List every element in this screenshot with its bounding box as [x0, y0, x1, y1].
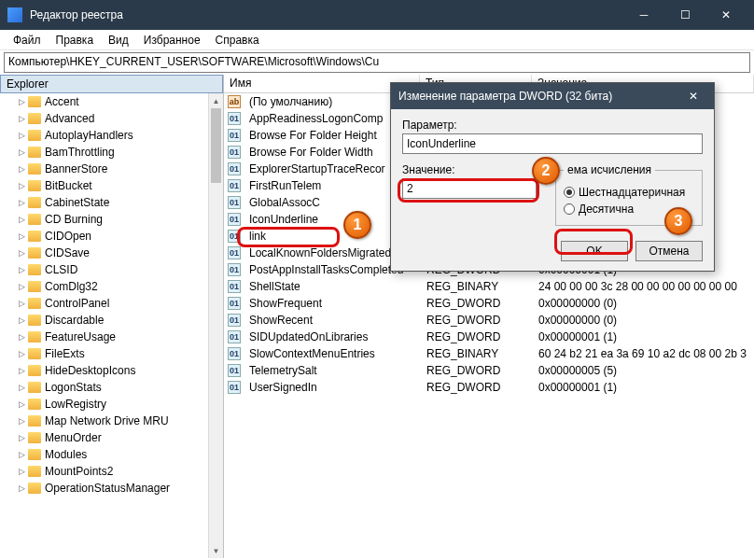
reg-value-icon: 01 — [228, 381, 241, 394]
tree-item[interactable]: ▷BamThrottling — [0, 144, 223, 161]
minimize-button[interactable]: ─ — [623, 0, 664, 30]
expand-icon[interactable]: ▷ — [17, 299, 26, 308]
expand-icon[interactable]: ▷ — [17, 215, 26, 224]
reg-value-icon: 01 — [228, 297, 241, 310]
cancel-button[interactable]: Отмена — [635, 241, 703, 261]
expand-icon[interactable]: ▷ — [17, 467, 26, 476]
cell-type: REG_DWORD — [421, 296, 533, 311]
expand-icon[interactable]: ▷ — [17, 366, 26, 375]
cell-data: 0x00000001 (1) — [533, 329, 754, 344]
tree-item[interactable]: ▷Modules — [0, 446, 223, 463]
reg-value-icon: 01 — [228, 330, 241, 343]
folder-icon — [28, 382, 41, 393]
tree-item[interactable]: ▷MountPoints2 — [0, 463, 223, 480]
tree-item[interactable]: ▷LowRegistry — [0, 396, 223, 413]
list-row[interactable]: 01SIDUpdatedOnLibrariesREG_DWORD0x000000… — [224, 329, 754, 345]
radio-dec-row[interactable]: Десятична — [564, 203, 694, 216]
tree-item[interactable]: ▷CabinetState — [0, 194, 223, 211]
list-row[interactable]: 01ShowRecentREG_DWORD0x00000000 (0) — [224, 312, 754, 329]
expand-icon[interactable]: ▷ — [17, 97, 26, 106]
cell-type: REG_DWORD — [421, 313, 533, 328]
expand-icon[interactable]: ▷ — [17, 315, 26, 325]
expand-icon[interactable]: ▷ — [17, 265, 26, 274]
tree-item[interactable]: ▷FeatureUsage — [0, 329, 223, 345]
tree-item[interactable]: ▷HideDesktopIcons — [0, 362, 223, 379]
scroll-thumb[interactable] — [211, 108, 221, 183]
expand-icon[interactable]: ▷ — [17, 231, 26, 241]
menu-edit[interactable]: Правка — [49, 32, 102, 49]
tree-item[interactable]: ▷MenuOrder — [0, 429, 223, 446]
tree-item-label: MountPoints2 — [45, 465, 113, 478]
cell-data: 0x00000005 (5) — [533, 363, 754, 378]
expand-icon[interactable]: ▷ — [17, 433, 26, 442]
expand-icon[interactable]: ▷ — [17, 450, 26, 459]
expand-icon[interactable]: ▷ — [17, 164, 26, 174]
tree-item[interactable]: ▷BitBucket — [0, 177, 223, 194]
expand-icon[interactable]: ▷ — [17, 147, 26, 157]
tree-item[interactable]: ▷Advanced — [0, 110, 223, 127]
tree-header[interactable]: Explorer — [0, 75, 223, 93]
reg-value-icon: 01 — [228, 263, 241, 276]
menu-file[interactable]: Файл — [6, 32, 49, 49]
tree-item[interactable]: ▷Map Network Drive MRU — [0, 413, 223, 429]
tree-item[interactable]: ▷ComDlg32 — [0, 278, 223, 295]
expand-icon[interactable]: ▷ — [17, 181, 26, 190]
expand-icon[interactable]: ▷ — [17, 399, 26, 409]
tree-item[interactable]: ▷OperationStatusManager — [0, 480, 223, 497]
tree-item[interactable]: ▷AutoplayHandlers — [0, 127, 223, 144]
tree-item-label: Advanced — [45, 112, 94, 125]
tree-item[interactable]: ▷CLSID — [0, 261, 223, 278]
tree-item[interactable]: ▷FileExts — [0, 345, 223, 362]
tree-item[interactable]: ▷CIDSave — [0, 245, 223, 261]
maximize-button[interactable]: ☐ — [664, 0, 705, 30]
cell-type: REG_DWORD — [421, 363, 533, 378]
close-button[interactable]: ✕ — [705, 0, 747, 30]
scroll-up-icon[interactable]: ▲ — [209, 93, 223, 108]
expand-icon[interactable]: ▷ — [17, 282, 26, 291]
radio-hex[interactable] — [564, 187, 575, 198]
expand-icon[interactable]: ▷ — [17, 248, 26, 258]
list-row[interactable]: 01TelemetrySaltREG_DWORD0x00000005 (5) — [224, 362, 754, 379]
folder-icon — [28, 432, 41, 443]
expand-icon[interactable]: ▷ — [17, 483, 26, 493]
tree-item[interactable]: ▷Discardable — [0, 312, 223, 329]
cell-name: ShellState — [244, 279, 421, 294]
tree-item[interactable]: ▷CD Burning — [0, 211, 223, 228]
cell-name: ShowFrequent — [244, 296, 421, 311]
list-row[interactable]: 01SlowContextMenuEntriesREG_BINARY60 24 … — [224, 345, 754, 362]
tree-pane[interactable]: Explorer ▷Accent▷Advanced▷AutoplayHandle… — [0, 75, 224, 558]
expand-icon[interactable]: ▷ — [17, 383, 26, 392]
expand-icon[interactable]: ▷ — [17, 131, 26, 140]
value-input[interactable] — [402, 178, 537, 199]
address-bar[interactable]: Компьютер\HKEY_CURRENT_USER\SOFTWARE\Mic… — [4, 52, 750, 73]
tree-item[interactable]: ▷ControlPanel — [0, 295, 223, 312]
expand-icon[interactable]: ▷ — [17, 416, 26, 426]
list-row[interactable]: 01ShellStateREG_BINARY24 00 00 00 3c 28 … — [224, 278, 754, 295]
ok-button[interactable]: OK — [561, 241, 628, 261]
expand-icon[interactable]: ▷ — [17, 349, 26, 358]
reg-value-icon: 01 — [228, 196, 241, 209]
list-row[interactable]: 01ShowFrequentREG_DWORD0x00000000 (0) — [224, 295, 754, 312]
tree-scrollbar[interactable]: ▲ ▼ — [208, 93, 223, 558]
radio-hex-row[interactable]: Шестнадцатеричная — [564, 186, 694, 199]
radio-dec[interactable] — [564, 203, 575, 215]
dialog-close-button[interactable]: ✕ — [680, 83, 706, 109]
scroll-down-icon[interactable]: ▼ — [209, 543, 223, 558]
cell-data: 0x00000000 (0) — [533, 296, 754, 311]
expand-icon[interactable]: ▷ — [17, 114, 26, 123]
folder-icon — [28, 247, 41, 259]
menu-favorites[interactable]: Избранное — [136, 32, 208, 49]
folder-icon — [28, 264, 41, 275]
expand-icon[interactable]: ▷ — [17, 332, 26, 342]
expand-icon[interactable]: ▷ — [17, 198, 26, 207]
tree-item[interactable]: ▷LogonStats — [0, 379, 223, 396]
reg-value-icon: 01 — [228, 246, 241, 259]
tree-item[interactable]: ▷BannerStore — [0, 161, 223, 177]
menu-help[interactable]: Справка — [208, 32, 267, 49]
tree-item[interactable]: ▷CIDOpen — [0, 228, 223, 245]
list-row[interactable]: 01UserSignedInREG_DWORD0x00000001 (1) — [224, 379, 754, 396]
dialog-titlebar[interactable]: Изменение параметра DWORD (32 бита) ✕ — [391, 83, 714, 109]
tree-item[interactable]: ▷Accent — [0, 93, 223, 110]
param-input[interactable] — [402, 133, 703, 154]
menu-view[interactable]: Вид — [101, 32, 136, 49]
